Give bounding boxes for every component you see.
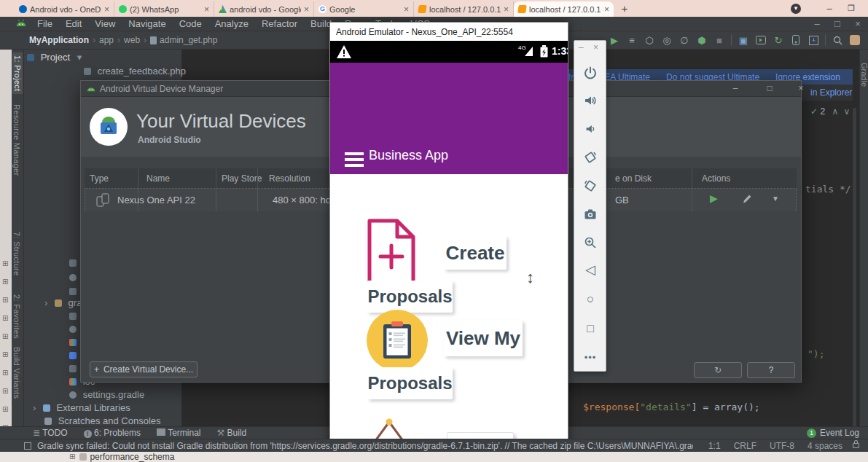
- column-size-on-disk[interactable]: e on Disk: [615, 173, 652, 184]
- event-log-button[interactable]: 1 Event Log: [807, 428, 859, 438]
- tree-item-scratches[interactable]: Scratches and Consoles: [44, 415, 161, 426]
- line-separator[interactable]: CRLF: [734, 441, 756, 451]
- status-message[interactable]: Gradle sync failed: Could not install Gr…: [37, 441, 693, 451]
- create-proposals-button-line2[interactable]: Proposals: [367, 281, 453, 313]
- more-options-icon[interactable]: •••: [580, 347, 601, 367]
- caret-position[interactable]: 1:1: [708, 441, 721, 451]
- emulator-titlebar[interactable]: Android Emulator - Nexus_One_API_22:5554: [330, 23, 568, 41]
- profiler-icon[interactable]: ∅: [676, 33, 693, 47]
- ide-minimize-button[interactable]: –: [807, 18, 827, 29]
- tool-tab-gradle[interactable]: Gradle: [860, 63, 868, 87]
- rotate-left-icon[interactable]: [580, 147, 601, 168]
- hamburger-menu-icon[interactable]: [345, 152, 364, 167]
- search-everywhere-icon[interactable]: [829, 33, 846, 47]
- run-icon[interactable]: ▶: [606, 33, 623, 47]
- tab-close-icon[interactable]: ×: [504, 4, 509, 15]
- restore-tool-icon[interactable]: [24, 442, 31, 450]
- tree-item[interactable]: [69, 257, 80, 268]
- stop-icon[interactable]: ■: [711, 33, 728, 47]
- tab-close-icon[interactable]: ×: [404, 4, 409, 15]
- view-my-proposals-button-line2[interactable]: Proposals: [367, 367, 453, 399]
- browser-tab-phpmyadmin-2[interactable]: localhost / 127.0.0.1 / ×: [514, 1, 614, 17]
- tab-close-icon[interactable]: ×: [304, 4, 309, 15]
- volume-down-icon[interactable]: [580, 119, 601, 139]
- inspections-widget[interactable]: ✓ 2 ∧ ∨: [810, 106, 850, 117]
- refresh-button[interactable]: ↻: [694, 362, 742, 378]
- tree-item[interactable]: [69, 272, 80, 283]
- menu-navigate[interactable]: Navigate: [122, 18, 172, 29]
- screenshot-camera-icon[interactable]: [580, 204, 601, 224]
- tab-close-icon[interactable]: ×: [604, 4, 609, 15]
- todo-tab[interactable]: ≣ TODO: [33, 428, 68, 438]
- ide-maximize-button[interactable]: □: [827, 18, 848, 29]
- tool-tab-structure[interactable]: 7: Structure: [12, 232, 21, 275]
- browser-restore-button[interactable]: ❐: [840, 4, 862, 13]
- coverage-icon[interactable]: ◎: [658, 33, 676, 47]
- indent-setting[interactable]: 4 spaces: [808, 441, 842, 451]
- dialog-maximize-button[interactable]: □: [761, 83, 778, 93]
- attach-debugger-icon[interactable]: ⬢: [693, 33, 711, 47]
- device-name[interactable]: Nexus One API 22: [117, 195, 195, 205]
- tree-item[interactable]: [69, 286, 80, 297]
- breadcrumb-file[interactable]: admin_get.php: [160, 35, 217, 45]
- view-proposals-icon[interactable]: [367, 310, 428, 371]
- breadcrumb-app[interactable]: app: [99, 35, 114, 45]
- tree-item-create-feedback[interactable]: create_feedback.php: [84, 66, 186, 77]
- tool-tab-build-variants[interactable]: Build Variants: [12, 347, 21, 399]
- device-manager-icon[interactable]: [787, 33, 805, 47]
- run-anything-icon[interactable]: [752, 33, 770, 47]
- tool-tab-project[interactable]: 1: Project: [12, 52, 23, 94]
- tree-item-gradle-folder[interactable]: › gra: [44, 297, 82, 308]
- browser-tab-whatsapp[interactable]: (2) WhatsApp ×: [114, 1, 214, 17]
- column-play-store[interactable]: Play Store: [222, 173, 262, 184]
- build-tab[interactable]: ⚒ Build: [217, 428, 247, 438]
- sdk-manager-icon[interactable]: [805, 33, 822, 47]
- column-name[interactable]: Name: [146, 173, 170, 184]
- create-proposal-icon[interactable]: [365, 218, 418, 289]
- dialog-close-button[interactable]: ×: [792, 83, 810, 93]
- home-button-icon[interactable]: ○: [580, 289, 601, 310]
- menu-file[interactable]: File: [31, 18, 59, 29]
- launch-avd-icon[interactable]: ▶: [710, 192, 718, 204]
- emulator-toolbar-close[interactable]: ×: [593, 42, 598, 52]
- browser-minimize-button[interactable]: –: [818, 3, 840, 14]
- new-tab-button[interactable]: +: [614, 2, 636, 15]
- file-encoding[interactable]: UTF-8: [770, 441, 794, 451]
- tool-tab-resource-manager[interactable]: Resource Manager: [12, 104, 21, 176]
- tool-tab-favorites[interactable]: 2: Favorites: [12, 294, 21, 339]
- create-virtual-device-button[interactable]: + Create Virtual Device...: [90, 361, 198, 377]
- edit-avd-icon[interactable]: [741, 192, 753, 207]
- avd-more-actions-icon[interactable]: ▼: [772, 195, 779, 203]
- run-config-icon[interactable]: ≡: [623, 33, 641, 47]
- browser-profile-icon[interactable]: ▾: [791, 4, 801, 14]
- tree-item-settings-gradle[interactable]: settings.gradle: [69, 389, 144, 400]
- menu-refactor[interactable]: Refactor: [255, 18, 304, 29]
- rotate-right-icon[interactable]: [580, 176, 601, 196]
- menu-analyze[interactable]: Analyze: [208, 18, 255, 29]
- create-proposals-button-line1[interactable]: Create: [444, 236, 507, 270]
- zoom-icon[interactable]: [580, 232, 601, 253]
- browser-tab-onedrive[interactable]: Android vdo - OneDri ×: [15, 1, 114, 17]
- help-button[interactable]: ?: [747, 362, 795, 378]
- browser-tab-google[interactable]: G Google ×: [314, 1, 414, 17]
- tab-close-icon[interactable]: ×: [204, 4, 209, 15]
- breadcrumb-web[interactable]: web: [124, 35, 140, 45]
- back-button-icon[interactable]: ◁: [580, 259, 601, 280]
- debug-icon[interactable]: ⬡: [641, 33, 658, 47]
- breadcrumb-project[interactable]: MyApplication: [29, 35, 89, 45]
- project-panel-header[interactable]: Project ▾: [27, 52, 82, 63]
- next-error-icon[interactable]: ∨: [844, 106, 851, 117]
- view-my-proposals-button-line1[interactable]: View My: [444, 320, 523, 356]
- tree-item-external-libraries[interactable]: › External Libraries: [33, 402, 130, 413]
- browser-tab-phpmyadmin-1[interactable]: localhost / 127.0.0.1 / ×: [414, 1, 514, 17]
- tab-close-icon[interactable]: ×: [104, 4, 109, 15]
- prev-error-icon[interactable]: ∧: [832, 106, 838, 117]
- overview-button-icon[interactable]: □: [580, 318, 601, 339]
- lock-icon[interactable]: [853, 443, 859, 448]
- menu-code[interactable]: Code: [173, 18, 208, 29]
- notification-link-explorer[interactable]: in Explorer: [810, 87, 852, 98]
- column-type[interactable]: Type: [90, 173, 109, 184]
- browser-tab-gdrive[interactable]: android vdo - Google ×: [214, 1, 314, 17]
- power-button-icon[interactable]: [580, 63, 601, 83]
- editor-scrollbar[interactable]: [853, 108, 856, 428]
